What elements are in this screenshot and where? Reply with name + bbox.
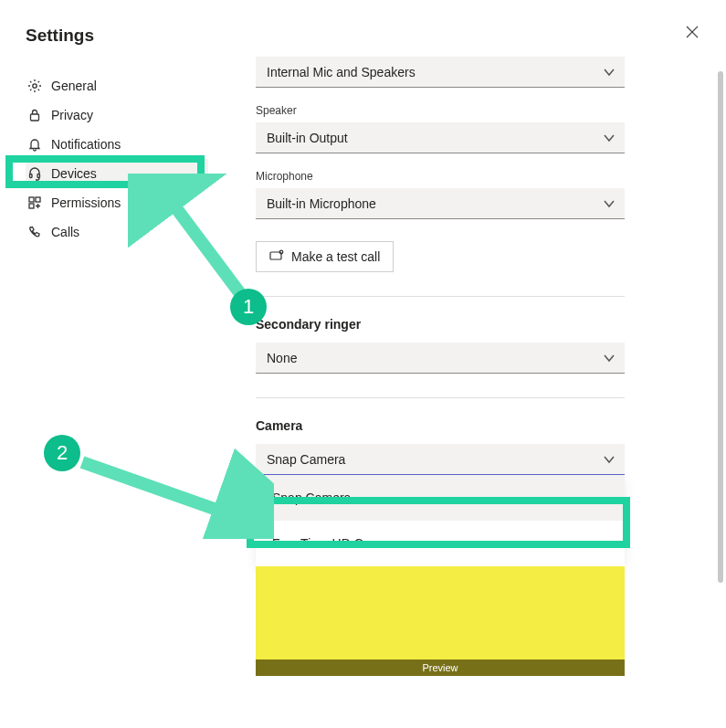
annotation-badge-1: 1 (230, 289, 267, 325)
speaker-dropdown[interactable]: Built-in Output (256, 122, 625, 153)
devices-panel: Internal Mic and Speakers Speaker Built-… (256, 57, 625, 676)
option-label: FaceTime HD Camera (272, 536, 400, 551)
svg-line-14 (82, 462, 237, 517)
make-test-call-button[interactable]: Make a test call (256, 241, 394, 272)
gear-icon (27, 79, 42, 93)
lock-icon (27, 108, 42, 122)
apps-icon (27, 195, 42, 210)
sidebar-item-label: Permissions (51, 195, 121, 210)
preview-label: Preview (256, 659, 625, 676)
bell-icon (27, 137, 42, 152)
svg-point-2 (33, 84, 37, 88)
button-label: Make a test call (291, 249, 380, 264)
option-label: Snap Camera (272, 491, 351, 505)
speaker-label: Speaker (256, 104, 625, 117)
settings-sidebar: General Privacy Notifications Devices Pe… (26, 71, 208, 247)
microphone-label: Microphone (256, 170, 625, 183)
sidebar-item-privacy[interactable]: Privacy (26, 100, 208, 130)
page-title: Settings (26, 26, 94, 46)
section-divider (256, 296, 625, 297)
svg-rect-6 (29, 197, 34, 202)
sidebar-item-label: Devices (51, 166, 97, 181)
audio-devices-dropdown[interactable]: Internal Mic and Speakers (256, 57, 625, 88)
sidebar-item-label: Notifications (51, 137, 121, 152)
sidebar-item-calls[interactable]: Calls (26, 217, 208, 247)
svg-rect-8 (29, 204, 34, 208)
sidebar-item-label: Privacy (51, 108, 93, 122)
secondary-ringer-label: Secondary ringer (256, 317, 625, 332)
sidebar-item-label: General (51, 79, 97, 93)
dropdown-value: Built-in Microphone (267, 196, 376, 211)
chevron-down-icon (603, 197, 616, 213)
dropdown-value: Built-in Output (267, 131, 348, 145)
chevron-down-icon (603, 352, 616, 367)
annotation-arrow-2 (73, 448, 274, 539)
dropdown-value: None (267, 351, 297, 365)
close-button[interactable] (686, 26, 704, 44)
annotation-badge-2: 2 (44, 435, 80, 471)
dropdown-value: Snap Camera (267, 452, 345, 467)
test-call-icon (269, 249, 284, 265)
camera-dropdown-list: Snap Camera FaceTime HD Camera (256, 475, 625, 566)
secondary-ringer-dropdown[interactable]: None (256, 343, 625, 374)
camera-dropdown[interactable]: Snap Camera (256, 444, 625, 475)
chevron-down-icon (603, 66, 616, 81)
chevron-down-icon (603, 453, 616, 469)
dropdown-value: Internal Mic and Speakers (267, 65, 416, 79)
camera-option-facetime[interactable]: FaceTime HD Camera (256, 521, 625, 566)
section-divider (256, 397, 625, 398)
svg-rect-4 (30, 174, 33, 178)
phone-icon (27, 225, 42, 239)
headset-icon (27, 166, 42, 181)
sidebar-item-permissions[interactable]: Permissions (26, 188, 208, 217)
sidebar-item-general[interactable]: General (26, 71, 208, 100)
sidebar-item-devices[interactable]: Devices (26, 159, 208, 188)
sidebar-item-notifications[interactable]: Notifications (26, 130, 208, 159)
svg-rect-3 (31, 114, 39, 121)
microphone-dropdown[interactable]: Built-in Microphone (256, 188, 625, 219)
camera-label: Camera (256, 418, 625, 433)
chevron-down-icon (603, 132, 616, 147)
sidebar-item-label: Calls (51, 225, 79, 239)
svg-rect-5 (37, 174, 40, 178)
camera-preview: Preview (256, 566, 625, 676)
svg-rect-7 (36, 197, 40, 202)
scrollbar-thumb[interactable] (718, 71, 723, 583)
camera-option-snap-camera[interactable]: Snap Camera (256, 475, 625, 521)
scrollbar[interactable] (718, 71, 723, 692)
